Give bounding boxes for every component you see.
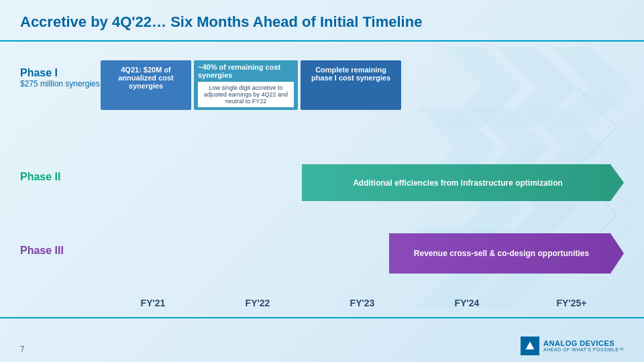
phase-ii-name: Phase II — [20, 171, 60, 183]
box-40pct-sub-text: Low single digit accretive to adjusted e… — [198, 82, 294, 107]
year-fy21: FY'21 — [101, 292, 205, 308]
timeline-area: 4Q21: $20M of annualized cost synergies … — [101, 47, 624, 308]
top-divider — [0, 40, 644, 42]
phase-iii-arrow: Revenue cross-sell & co-design opportuni… — [389, 233, 624, 274]
phase-iii-name: Phase III — [20, 245, 64, 257]
phase-ii-arrow: Additional efficiencies from infrastruct… — [302, 164, 624, 201]
logo-text: ANALOG DEVICES AHEAD OF WHAT'S POSSIBLE™ — [543, 339, 624, 353]
phase-ii-arrow-shape: Additional efficiencies from infrastruct… — [302, 164, 624, 201]
box-4q21-text: 4Q21: $20M of annualized cost synergies — [118, 66, 174, 90]
phase-i-name: Phase I — [20, 67, 100, 79]
phase-i-boxes: 4Q21: $20M of annualized cost synergies … — [101, 60, 624, 110]
box-40pct: ~40% of remaining cost synergies Low sin… — [194, 60, 298, 110]
box-4q21: 4Q21: $20M of annualized cost synergies — [101, 60, 191, 110]
logo-main-text: ANALOG DEVICES — [543, 339, 624, 347]
content-area: Phase I $275 million synergies Phase II … — [20, 47, 624, 308]
year-fy24: FY'24 — [415, 292, 519, 308]
phase-ii-arrow-text: Additional efficiencies from infrastruct… — [353, 178, 563, 188]
logo-area: ANALOG DEVICES AHEAD OF WHAT'S POSSIBLE™ — [521, 337, 624, 355]
phase-iii-arrow-text: Revenue cross-sell & co-design opportuni… — [414, 249, 589, 258]
logo-tagline: AHEAD OF WHAT'S POSSIBLE™ — [543, 347, 624, 353]
page-number: 7 — [20, 345, 25, 354]
slide: Accretive by 4Q'22… Six Months Ahead of … — [0, 0, 644, 362]
phase-i-detail: $275 million synergies — [20, 79, 100, 88]
adi-logo-svg — [523, 339, 537, 353]
year-markers: FY'21 FY'22 FY'23 FY'24 FY'25+ — [101, 292, 624, 308]
box-complete: Complete remaining phase I cost synergie… — [301, 60, 401, 110]
box-40pct-main-text: ~40% of remaining cost synergies — [198, 63, 294, 79]
phase-ii-label: Phase II — [20, 171, 60, 183]
bottom-divider — [0, 317, 644, 318]
box-complete-text: Complete remaining phase I cost synergie… — [311, 66, 390, 82]
year-fy23: FY'23 — [310, 292, 415, 308]
phase-i-label: Phase I $275 million synergies — [20, 67, 100, 88]
year-fy25: FY'25+ — [519, 292, 624, 308]
slide-title: Accretive by 4Q'22… Six Months Ahead of … — [20, 13, 624, 36]
phase-iii-arrow-shape: Revenue cross-sell & co-design opportuni… — [389, 233, 624, 274]
logo-icon — [521, 337, 539, 355]
year-fy22: FY'22 — [205, 292, 310, 308]
phase-iii-label: Phase III — [20, 245, 64, 257]
